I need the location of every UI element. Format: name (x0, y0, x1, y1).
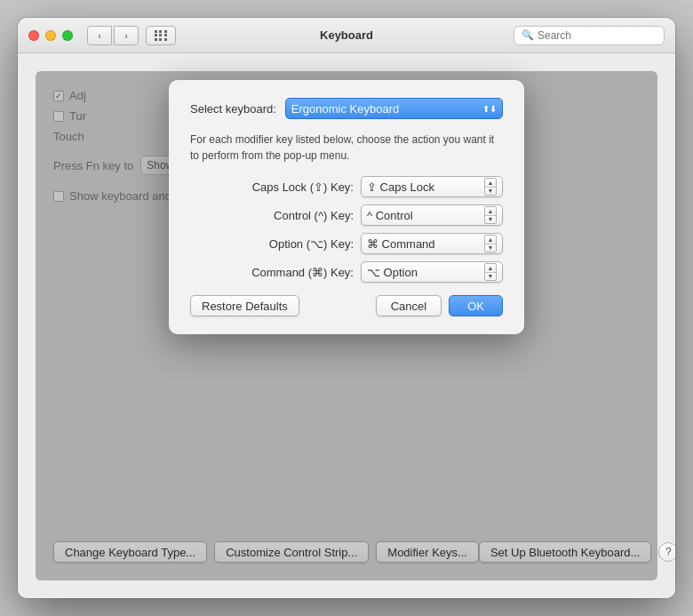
modifier-keys-grid: Caps Lock (⇪) Key: ⇪ Caps Lock ▲ ▼ Contr… (190, 176, 503, 283)
modifier-keys-modal: Select keyboard: Ergonomic Keyboard ⬆⬇ F… (169, 80, 524, 334)
back-icon: ‹ (98, 30, 101, 41)
modal-buttons: Restore Defaults Cancel OK (190, 295, 503, 316)
control-key-label: Control (^) Key: (274, 209, 354, 222)
control-stepper-up[interactable]: ▲ (485, 207, 496, 216)
command-key-label: Command (⌘) Key: (251, 266, 354, 279)
cancel-button[interactable]: Cancel (376, 295, 442, 316)
restore-defaults-button[interactable]: Restore Defaults (190, 295, 299, 316)
modal-description: For each modifier key listed below, choo… (190, 132, 503, 164)
capslock-select[interactable]: ⇪ Caps Lock ▲ ▼ (361, 176, 503, 197)
modal-overlay: Select keyboard: Ergonomic Keyboard ⬆⬇ F… (36, 71, 657, 580)
control-select[interactable]: ^ Control ▲ ▼ (361, 204, 503, 226)
option-stepper-up[interactable]: ▲ (485, 236, 496, 244)
modifier-row-option: Option (⌥) Key: ⌘ Command ▲ ▼ (190, 233, 503, 254)
control-stepper[interactable]: ▲ ▼ (484, 206, 497, 224)
option-stepper[interactable]: ▲ ▼ (484, 235, 497, 252)
main-panel: Adj Tur Touch Press Fn key to Show F1, F… (36, 71, 657, 580)
select-keyboard-label: Select keyboard: (190, 102, 276, 116)
ok-button[interactable]: OK (449, 295, 503, 316)
content-area: Adj Tur Touch Press Fn key to Show F1, F… (18, 53, 675, 598)
capslock-key-label: Caps Lock (⇪) Key: (252, 180, 354, 194)
forward-button[interactable]: › (114, 26, 139, 45)
capslock-stepper-up[interactable]: ▲ (485, 179, 496, 188)
command-select[interactable]: ⌥ Option ▲ ▼ (361, 261, 503, 283)
grid-view-button[interactable] (146, 26, 176, 45)
grid-icon (155, 30, 168, 41)
option-select-value: ⌘ Command (367, 237, 435, 251)
close-button[interactable] (28, 30, 39, 41)
control-stepper-down[interactable]: ▼ (485, 216, 496, 224)
option-select[interactable]: ⌘ Command ▲ ▼ (361, 233, 503, 254)
modifier-row-command: Command (⌘) Key: ⌥ Option ▲ ▼ (190, 261, 503, 283)
forward-icon: › (124, 30, 128, 41)
keyboard-select-value: Ergonomic Keyboard (291, 102, 399, 116)
capslock-select-value: ⇪ Caps Lock (367, 180, 434, 194)
option-key-label: Option (⌥) Key: (269, 237, 354, 251)
select-keyboard-row: Select keyboard: Ergonomic Keyboard ⬆⬇ (190, 98, 503, 119)
traffic-lights (28, 30, 73, 41)
keyboard-select[interactable]: Ergonomic Keyboard ⬆⬇ (285, 98, 503, 119)
minimize-button[interactable] (45, 30, 56, 41)
modifier-row-control: Control (^) Key: ^ Control ▲ ▼ (190, 204, 503, 226)
back-button[interactable]: ‹ (87, 26, 112, 45)
capslock-stepper-down[interactable]: ▼ (485, 188, 496, 196)
capslock-stepper[interactable]: ▲ ▼ (484, 178, 497, 196)
help-button[interactable]: ? (658, 542, 675, 562)
command-stepper[interactable]: ▲ ▼ (484, 263, 497, 281)
command-stepper-up[interactable]: ▲ (485, 264, 496, 273)
option-stepper-down[interactable]: ▼ (485, 244, 496, 252)
window-title: Keyboard (320, 28, 373, 42)
search-icon: 🔍 (522, 29, 534, 41)
command-select-value: ⌥ Option (367, 266, 418, 279)
search-box[interactable]: 🔍 (514, 26, 665, 45)
control-select-value: ^ Control (367, 209, 413, 222)
titlebar: ‹ › Keyboard 🔍 (18, 18, 675, 53)
command-stepper-down[interactable]: ▼ (485, 273, 496, 281)
keyboard-preferences-window: ‹ › Keyboard 🔍 Adj (18, 18, 675, 598)
right-buttons: Cancel OK (376, 295, 503, 316)
maximize-button[interactable] (62, 30, 73, 41)
nav-buttons: ‹ › (87, 26, 139, 45)
modifier-row-capslock: Caps Lock (⇪) Key: ⇪ Caps Lock ▲ ▼ (190, 176, 503, 197)
search-input[interactable] (538, 29, 657, 42)
keyboard-select-arrow: ⬆⬇ (482, 104, 497, 114)
